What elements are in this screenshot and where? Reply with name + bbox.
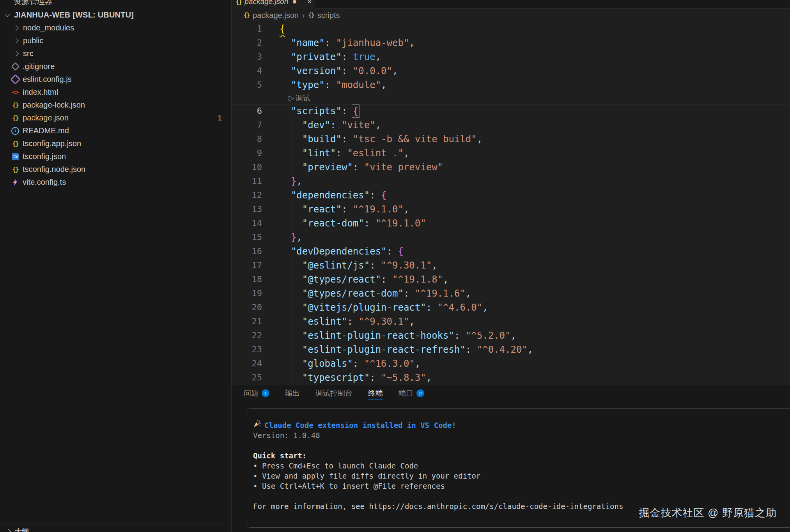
codelens-debug[interactable]: ▷ 调试 [289, 92, 310, 104]
line-number: 5 [232, 78, 262, 92]
token-str: "^4.6.0" [438, 302, 483, 313]
file-item-tsconfig.node.json[interactable]: {}tsconfig.node.json [0, 163, 231, 176]
folder-item-public[interactable]: public [0, 34, 231, 47]
indent-guide [281, 343, 281, 357]
file-label: vite.config.ts [23, 178, 66, 187]
token-p: , [415, 358, 420, 369]
terminal-bullet-line: • Use Ctrl+Alt+K to insert @File referen… [253, 481, 776, 491]
token-b2: } [291, 176, 296, 187]
code-line: 10"preview": "vite preview" [232, 160, 790, 174]
terminal-title-line: Claude Code extension installed in VS Co… [253, 420, 776, 430]
breadcrumb-file[interactable]: package.json [253, 11, 299, 20]
explorer-root-item[interactable]: JIANHUA-WEB [WSL: UBUNTU] [0, 9, 231, 21]
panel-tab-调试控制台[interactable]: 调试控制台 [315, 385, 352, 401]
chevron-right-icon [13, 25, 19, 30]
panel-tab-输出[interactable]: 输出 [285, 385, 300, 401]
panel-tab-终端[interactable]: 终端 [368, 385, 383, 401]
terminal-blank-line [253, 491, 776, 501]
code-line: 24"globals": "^16.3.0", [232, 357, 790, 371]
code-line: 23"eslint-plugin-react-refresh": "^0.4.2… [232, 343, 790, 357]
terminal-blank-line [253, 440, 776, 451]
outline-section[interactable]: 大纲 [0, 526, 231, 532]
file-item-tsconfig.app.json[interactable]: {}tsconfig.app.json [0, 137, 231, 150]
token-p: : [347, 316, 358, 327]
indent-guide [281, 357, 281, 371]
token-key: "preview" [302, 162, 353, 173]
code-text: "build": "tsc -b && vite build", [302, 132, 482, 146]
token-p: : [353, 358, 364, 369]
token-p: : [426, 302, 438, 313]
close-icon[interactable]: × [307, 0, 312, 6]
braces-icon: {} [308, 12, 314, 19]
token-p: , [404, 148, 409, 159]
token-key: "eslint-plugin-react-refresh" [302, 344, 466, 355]
folder-label: node_modules [23, 23, 74, 32]
indent-guide [292, 343, 292, 357]
indent-guide [292, 146, 292, 160]
file-label: tsconfig.app.json [23, 139, 81, 148]
terminal-bullet-text: Press Cmd+Esc to launch Claude Code [262, 461, 418, 470]
code-text: }, [291, 174, 302, 188]
token-key: "dependencies" [291, 190, 370, 201]
file-item-vite.config.ts[interactable]: vite.config.ts [0, 176, 231, 189]
file-item-eslint.config.js[interactable]: eslint.config.js [0, 73, 231, 86]
token-key: "type" [291, 80, 325, 90]
indent-guide [281, 329, 281, 343]
code-text: "dependencies": { [291, 188, 387, 202]
file-label: README.md [23, 126, 69, 135]
active-tab-underline [368, 399, 383, 400]
panel-tab-label: 调试控制台 [315, 388, 352, 398]
code-line: 2"name": "jianhua-web", [232, 36, 790, 50]
folder-item-src[interactable]: src [0, 47, 231, 60]
token-key: "lint" [302, 148, 336, 159]
indent-guide [292, 329, 292, 343]
json-glyph: {} [12, 101, 18, 109]
json-file-icon: {} [236, 0, 241, 5]
token-str: "^19.1.0" [376, 218, 426, 229]
token-key: "@types/react-dom" [302, 288, 404, 299]
indent-guide [281, 258, 281, 272]
file-item-index.html[interactable]: <>index.html [0, 86, 231, 99]
token-key: "eslint-plugin-react-hooks" [302, 330, 454, 341]
code-text: "@eslint/js": "^9.30.1", [302, 258, 438, 272]
token-b2: { [353, 106, 358, 117]
file-item-tsconfig.json[interactable]: TStsconfig.json [0, 150, 231, 163]
terminal-bullet-line: • View and apply file diffs directly in … [253, 471, 776, 481]
panel-tab-问题[interactable]: 问题1 [244, 385, 269, 401]
token-kw: true [353, 51, 376, 62]
token-p: : [387, 246, 398, 257]
file-item-README.md[interactable]: iREADME.md [0, 124, 231, 137]
code-line: 18"@types/react": "^19.1.8", [232, 272, 790, 286]
token-key: "scripts" [291, 106, 342, 117]
code-text: "name": "jianhua-web", [291, 36, 415, 50]
outline-label: 大纲 [15, 527, 29, 532]
file-item-.gitignore[interactable]: .gitignore [0, 60, 231, 73]
code-text: "lint": "eslint .", [302, 146, 409, 160]
token-b2: { [381, 190, 386, 201]
folder-label: src [23, 49, 34, 58]
chevron-down-icon [5, 11, 10, 17]
panel-tab-端口[interactable]: 端口2 [399, 385, 424, 401]
token-str: "^19.1.8" [392, 274, 443, 285]
tab-package-json[interactable]: {} package.json × [232, 0, 315, 9]
code-text: "scripts": { [291, 104, 358, 118]
indent-guide [292, 258, 292, 272]
breadcrumb-section[interactable]: scripts [317, 11, 340, 20]
panel-tab-label: 终端 [368, 388, 383, 398]
token-b2: { [398, 246, 403, 257]
chevron-right-icon [13, 38, 19, 43]
indent-guide [281, 64, 281, 78]
file-item-package-lock.json[interactable]: {}package-lock.json [0, 99, 231, 111]
line-number: 16 [232, 244, 262, 258]
code-editor[interactable]: 1{2"name": "jianhua-web",3"private": tru… [232, 22, 790, 385]
folder-item-node_modules[interactable]: node_modules [0, 21, 231, 34]
indent-guide [292, 300, 292, 315]
root-folder-label: JIANHUA-WEB [WSL: UBUNTU] [14, 11, 134, 19]
code-text: "dev": "vite", [302, 118, 381, 132]
line-number: 17 [232, 258, 262, 272]
line-number: 1 [232, 22, 262, 36]
file-item-package.json[interactable]: {}package.json1 [0, 111, 231, 124]
token-b1: { [280, 23, 285, 34]
code-text: { [280, 22, 285, 36]
file-label: tsconfig.node.json [23, 165, 85, 174]
